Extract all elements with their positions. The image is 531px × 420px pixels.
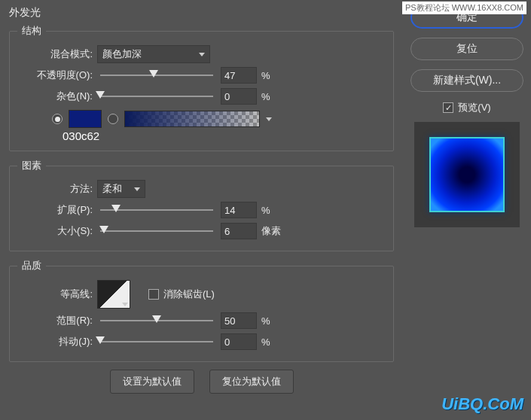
noise-slider[interactable]	[100, 96, 213, 97]
solid-color-radio[interactable]	[52, 114, 63, 124]
chevron-down-icon	[122, 303, 128, 306]
panel-title: 外发光	[9, 6, 394, 20]
spread-unit: %	[261, 205, 284, 216]
preview-box	[414, 122, 520, 227]
noise-input[interactable]	[221, 88, 257, 105]
slider-thumb-icon[interactable]	[149, 70, 158, 78]
opacity-slider[interactable]	[100, 75, 213, 76]
preview-checkbox[interactable]	[443, 102, 453, 113]
range-input[interactable]	[221, 312, 257, 329]
set-default-button[interactable]: 设置为默认值	[110, 370, 194, 394]
chevron-down-icon	[199, 53, 205, 56]
opacity-unit: %	[261, 70, 284, 81]
jitter-label: 抖动(J):	[17, 335, 93, 348]
quality-legend: 品质	[17, 259, 46, 272]
range-unit: %	[261, 315, 284, 327]
slider-thumb-icon[interactable]	[96, 91, 105, 99]
size-slider[interactable]	[100, 230, 213, 232]
size-unit: 像素	[261, 224, 284, 238]
new-style-button[interactable]: 新建样式(W)...	[410, 69, 523, 92]
slider-thumb-icon[interactable]	[111, 205, 121, 212]
reset-button[interactable]: 复位	[410, 38, 523, 60]
slider-thumb-icon[interactable]	[99, 226, 108, 233]
range-label: 范围(R):	[17, 314, 93, 327]
technique-select[interactable]: 柔和	[97, 180, 145, 198]
blend-mode-select[interactable]: 颜色加深	[97, 45, 210, 63]
blend-mode-value: 颜色加深	[102, 47, 142, 61]
color-hex-label: 030c62	[63, 129, 99, 142]
spread-slider[interactable]	[100, 209, 213, 211]
spread-label: 扩展(P):	[17, 203, 93, 217]
contour-picker[interactable]	[97, 280, 130, 309]
structure-legend: 结构	[17, 24, 46, 38]
gradient-radio[interactable]	[108, 114, 118, 124]
chevron-down-icon[interactable]	[266, 117, 272, 121]
gradient-swatch[interactable]	[124, 111, 260, 127]
range-slider[interactable]	[100, 320, 213, 321]
jitter-slider[interactable]	[100, 341, 213, 342]
noise-label: 杂色(N):	[17, 90, 93, 103]
reset-default-button[interactable]: 复位为默认值	[209, 370, 294, 394]
preview-thumbnail	[429, 137, 505, 212]
elements-group: 图素 方法: 柔和 扩展(P): % 大小(S): 像素	[9, 159, 394, 251]
opacity-input[interactable]	[221, 67, 257, 84]
size-label: 大小(S):	[17, 224, 93, 238]
structure-group: 结构 混合模式: 颜色加深 不透明度(O): % 杂色(N): %	[9, 24, 394, 151]
preview-label: 预览(V)	[458, 101, 490, 114]
antialias-label: 消除锯齿(L)	[163, 288, 215, 301]
spread-input[interactable]	[221, 202, 257, 218]
chevron-down-icon	[134, 187, 140, 191]
watermark-bottom: UiBQ.CoM	[441, 394, 523, 414]
jitter-input[interactable]	[221, 333, 257, 350]
size-input[interactable]	[221, 223, 257, 239]
watermark-top: PS教程论坛 WWW.16XX8.COM	[402, 2, 526, 14]
blend-mode-label: 混合模式:	[17, 47, 93, 61]
elements-legend: 图素	[17, 159, 46, 172]
contour-label: 等高线:	[17, 288, 93, 301]
slider-thumb-icon[interactable]	[96, 336, 105, 344]
technique-label: 方法:	[17, 182, 93, 196]
opacity-label: 不透明度(O):	[17, 68, 93, 82]
technique-value: 柔和	[102, 182, 122, 196]
noise-unit: %	[261, 91, 284, 102]
color-swatch[interactable]	[69, 110, 102, 128]
antialias-checkbox[interactable]	[148, 289, 159, 300]
quality-group: 品质 等高线: 消除锯齿(L) 范围(R): % 抖动(J): %	[9, 259, 394, 362]
slider-thumb-icon[interactable]	[152, 315, 161, 323]
jitter-unit: %	[261, 336, 284, 348]
